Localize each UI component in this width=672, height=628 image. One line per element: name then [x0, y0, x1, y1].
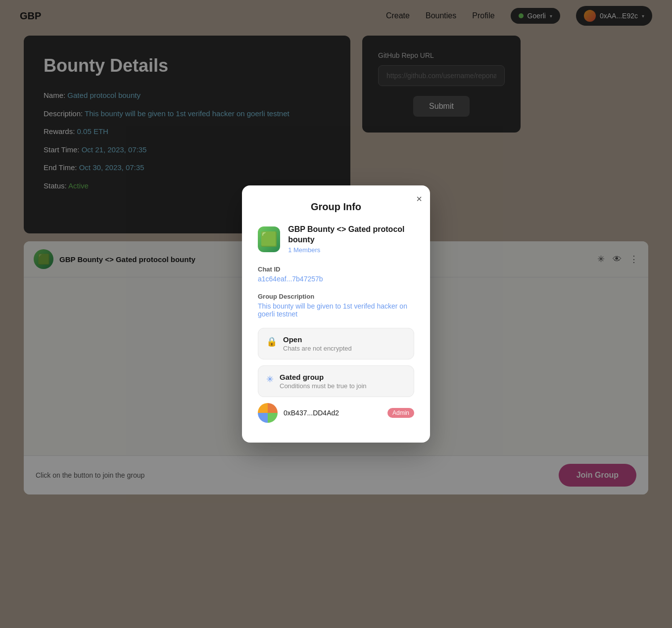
modal-header: Group Info [258, 201, 414, 213]
group-name-container: GBP Bounty <> Gated protocol bounty 1 Me… [288, 224, 414, 254]
modal-overlay[interactable]: Group Info × 🟩 GBP Bounty <> Gated proto… [0, 0, 672, 628]
group-icon: 🟩 [258, 226, 280, 252]
open-chat-type-card: 🔒 Open Chats are not encrypted [258, 328, 414, 359]
group-info-header: 🟩 GBP Bounty <> Gated protocol bounty 1 … [258, 224, 414, 254]
group-name: GBP Bounty <> Gated protocol bounty [288, 224, 414, 245]
snowflake-icon: ✳ [266, 374, 274, 385]
chat-id-label: Chat ID [258, 266, 414, 273]
group-description-label: Group Description [258, 293, 414, 300]
chat-id-value: a1c64eaf...7b47257b [258, 275, 414, 283]
group-info-modal: Group Info × 🟩 GBP Bounty <> Gated proto… [242, 185, 430, 443]
gated-type-name: Gated group [280, 373, 367, 381]
gated-type-info: Gated group Conditions must be true to j… [280, 373, 367, 390]
chat-id-section: Chat ID a1c64eaf...7b47257b [258, 266, 414, 283]
member-address: 0xB437...DD4Ad2 [284, 409, 382, 417]
group-description-value: This bounty will be given to 1st verifed… [258, 302, 414, 318]
modal-close-button[interactable]: × [416, 193, 422, 205]
modal-title: Group Info [311, 201, 361, 212]
open-type-info: Open Chats are not encrypted [283, 335, 352, 352]
lock-icon: 🔒 [266, 336, 277, 347]
group-members: 1 Members [288, 246, 414, 254]
open-type-name: Open [283, 335, 352, 344]
member-avatar [258, 403, 278, 423]
group-description-section: Group Description This bounty will be gi… [258, 293, 414, 318]
admin-badge: Admin [387, 408, 414, 418]
open-type-desc: Chats are not encrypted [283, 345, 352, 352]
gated-type-desc: Conditions must be true to join [280, 382, 367, 390]
gated-chat-type-card: ✳ Gated group Conditions must be true to… [258, 365, 414, 397]
member-row: 0xB437...DD4Ad2 Admin [258, 403, 414, 423]
